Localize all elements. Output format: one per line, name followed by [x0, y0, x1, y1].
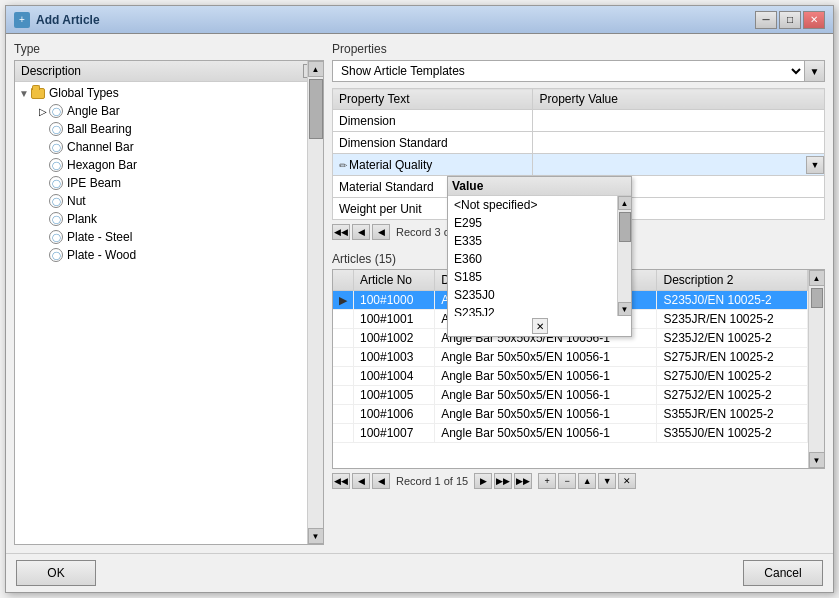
- tree-item-ipe-beam[interactable]: ▷ ◯ IPE Beam: [15, 174, 323, 192]
- dropdown-item-e335[interactable]: E335: [448, 232, 617, 250]
- template-dropdown[interactable]: Show Article Templates: [332, 60, 805, 82]
- tree-item-label: Angle Bar: [67, 104, 120, 118]
- dropdown-item-not-specified[interactable]: <Not specified>: [448, 196, 617, 214]
- tree-scrollbar[interactable]: ▲ ▼: [307, 61, 323, 544]
- prop-nav-prev[interactable]: ◀: [372, 224, 390, 240]
- template-dropdown-btn[interactable]: ▼: [805, 60, 825, 82]
- tree-item-label: Ball Bearing: [67, 122, 132, 136]
- articles-scrollbar-thumb[interactable]: [811, 288, 823, 308]
- ok-button[interactable]: OK: [16, 560, 96, 586]
- prop-value-dimension[interactable]: [533, 110, 825, 132]
- type-icon: ◯: [49, 176, 63, 190]
- scrollbar-thumb[interactable]: [309, 79, 323, 139]
- dropdown-item-e295[interactable]: E295: [448, 214, 617, 232]
- properties-label: Properties: [332, 42, 825, 56]
- tree-item-plate-wood[interactable]: ▷ ◯ Plate - Wood: [15, 246, 323, 264]
- dropdown-item-s185[interactable]: S185: [448, 268, 617, 286]
- article-row[interactable]: 100#1004 Angle Bar 50x50x5/EN 10056-1 S2…: [333, 367, 808, 386]
- type-icon: ◯: [49, 194, 63, 208]
- prop-value-dimension-standard[interactable]: [533, 132, 825, 154]
- tree-item-channel-bar[interactable]: ▷ ◯ Channel Bar: [15, 138, 323, 156]
- scrollbar-down-btn[interactable]: ▼: [308, 528, 324, 544]
- expand-placeholder: ▷: [39, 232, 47, 243]
- template-dropdown-row: Show Article Templates ▼: [332, 60, 825, 82]
- articles-move-up-btn[interactable]: ▲: [578, 473, 596, 489]
- articles-nav-next[interactable]: ▶: [474, 473, 492, 489]
- tree-item-ball-bearing[interactable]: ▷ ◯ Ball Bearing: [15, 120, 323, 138]
- dropdown-item-e360[interactable]: E360: [448, 250, 617, 268]
- articles-clear-btn[interactable]: ✕: [618, 473, 636, 489]
- articles-nav-next-next[interactable]: ▶▶: [494, 473, 512, 489]
- dropdown-scrollbar[interactable]: ▲ ▼: [617, 196, 631, 316]
- row-indicator: [333, 424, 354, 443]
- dropdown-scrollbar-thumb[interactable]: [619, 212, 631, 242]
- articles-col-indicator: [333, 270, 354, 291]
- material-quality-input[interactable]: [533, 156, 806, 174]
- dropdown-close-btn[interactable]: ✕: [532, 318, 548, 334]
- dropdown-item-s235j0[interactable]: S235J0: [448, 286, 617, 304]
- article-row[interactable]: 100#1006 Angle Bar 50x50x5/EN 10056-1 S3…: [333, 405, 808, 424]
- type-panel: Type Description ▲ ▼ Global Types ▷ ◯: [14, 42, 324, 545]
- article-no: 100#1001: [354, 310, 435, 329]
- article-no: 100#1002: [354, 329, 435, 348]
- articles-nav-prev-prev[interactable]: ◀: [352, 473, 370, 489]
- articles-remove-btn[interactable]: −: [558, 473, 576, 489]
- dropdown-item-s235j2[interactable]: S235J2: [448, 304, 617, 316]
- articles-nav: ◀◀ ◀ ◀ Record 1 of 15 ▶ ▶▶ ▶▶ + − ▲ ▼ ✕: [332, 473, 825, 489]
- tree-item-global[interactable]: ▼ Global Types: [15, 84, 323, 102]
- prop-nav-prev-prev[interactable]: ◀: [352, 224, 370, 240]
- row-indicator: [333, 348, 354, 367]
- row-indicator: ▶: [333, 291, 354, 310]
- tree-item-hexagon-bar[interactable]: ▷ ◯ Hexagon Bar: [15, 156, 323, 174]
- dropdown-close-row: ✕: [448, 316, 631, 336]
- cancel-button[interactable]: Cancel: [743, 560, 823, 586]
- minimize-button[interactable]: ─: [755, 11, 777, 29]
- type-icon: ◯: [49, 104, 63, 118]
- expand-placeholder: ▷: [39, 142, 47, 153]
- article-desc2: S275JR/EN 10025-2: [657, 348, 808, 367]
- material-quality-dropdown: Value <Not specified> E295 E335 E360 S18…: [447, 176, 632, 337]
- articles-nav-last[interactable]: ▶▶: [514, 473, 532, 489]
- title-bar-controls: ─ □ ✕: [755, 11, 825, 29]
- article-row[interactable]: 100#1003 Angle Bar 50x50x5/EN 10056-1 S2…: [333, 348, 808, 367]
- expand-arrow: ▼: [19, 88, 29, 99]
- tree-content[interactable]: ▼ Global Types ▷ ◯ Angle Bar ▷ ◯ Ball Be…: [15, 82, 323, 537]
- expand-placeholder: ▷: [39, 214, 47, 225]
- articles-nav-first[interactable]: ◀◀: [332, 473, 350, 489]
- prop-value-material-quality[interactable]: ▼: [533, 154, 825, 176]
- properties-table-wrapper: Property Text Property Value Dimension D…: [332, 88, 825, 240]
- article-desc2: S275J0/EN 10025-2: [657, 367, 808, 386]
- dropdown-scroll-up[interactable]: ▲: [618, 196, 632, 210]
- dimension-input[interactable]: [539, 114, 818, 128]
- row-indicator: [333, 329, 354, 348]
- folder-icon: [31, 88, 45, 99]
- tree-item-plate-steel[interactable]: ▷ ◯ Plate - Steel: [15, 228, 323, 246]
- article-desc2: S235J2/EN 10025-2: [657, 329, 808, 348]
- material-quality-dropdown-btn[interactable]: ▼: [806, 156, 824, 174]
- tree-item-angle-bar[interactable]: ▷ ◯ Angle Bar: [15, 102, 323, 120]
- articles-scroll-up[interactable]: ▲: [809, 270, 825, 286]
- article-row[interactable]: 100#1005 Angle Bar 50x50x5/EN 10056-1 S2…: [333, 386, 808, 405]
- articles-move-down-btn[interactable]: ▼: [598, 473, 616, 489]
- article-row[interactable]: 100#1007 Angle Bar 50x50x5/EN 10056-1 S3…: [333, 424, 808, 443]
- scrollbar-up-btn[interactable]: ▲: [308, 61, 324, 77]
- prop-header-value: Property Value: [533, 89, 825, 110]
- dimension-standard-input[interactable]: [539, 136, 818, 150]
- article-no: 100#1003: [354, 348, 435, 367]
- articles-add-btn[interactable]: +: [538, 473, 556, 489]
- close-button[interactable]: ✕: [803, 11, 825, 29]
- tree-item-plank[interactable]: ▷ ◯ Plank: [15, 210, 323, 228]
- articles-scrollbar[interactable]: ▲ ▼: [808, 270, 824, 468]
- tree-item-label: Nut: [67, 194, 86, 208]
- dropdown-scroll-down[interactable]: ▼: [618, 302, 632, 316]
- prop-nav-first[interactable]: ◀◀: [332, 224, 350, 240]
- properties-section: Properties Show Article Templates ▼ Prop…: [332, 42, 825, 240]
- tree-item-label: Plate - Wood: [67, 248, 136, 262]
- articles-nav-prev[interactable]: ◀: [372, 473, 390, 489]
- article-desc1: Angle Bar 50x50x5/EN 10056-1: [435, 424, 657, 443]
- articles-record-text: Record 1 of 15: [396, 475, 468, 487]
- expand-placeholder: ▷: [39, 196, 47, 207]
- tree-item-nut[interactable]: ▷ ◯ Nut: [15, 192, 323, 210]
- maximize-button[interactable]: □: [779, 11, 801, 29]
- articles-scroll-down[interactable]: ▼: [809, 452, 825, 468]
